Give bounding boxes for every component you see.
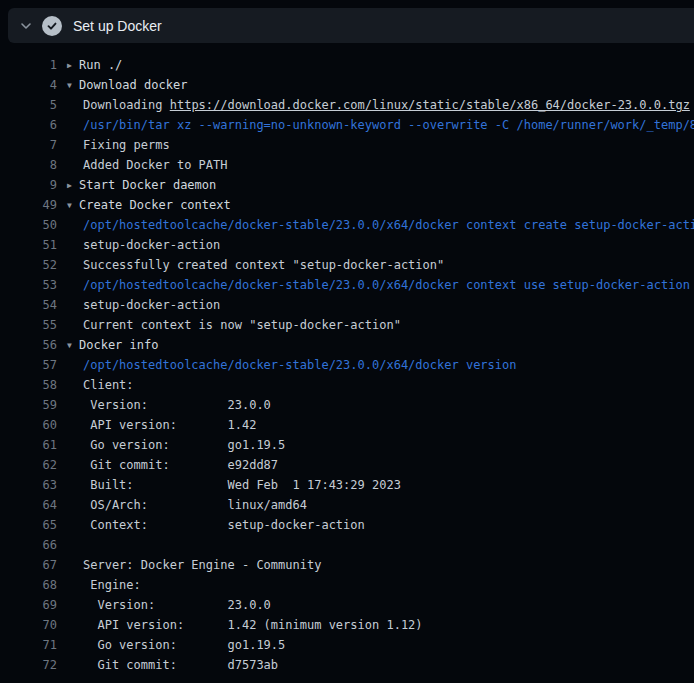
log-text: Fixing perms (83, 138, 170, 152)
log-line: 55Current context is now "setup-docker-a… (0, 315, 694, 335)
line-number[interactable]: 61 (0, 435, 57, 455)
expand-down-icon[interactable]: ▼ (67, 196, 79, 215)
expand-down-icon[interactable]: ▼ (67, 336, 79, 355)
line-number[interactable]: 49 (0, 195, 57, 215)
expand-right-icon[interactable]: ▶ (67, 56, 79, 75)
log-line: 8Added Docker to PATH (0, 155, 694, 175)
log-line: 69 Version: 23.0.0 (0, 595, 694, 615)
line-number[interactable]: 71 (0, 635, 57, 655)
line-number[interactable]: 59 (0, 395, 57, 415)
log-line-content: setup-docker-action (67, 235, 220, 255)
log-line-content: /opt/hostedtoolcache/docker-stable/23.0.… (67, 355, 516, 375)
group-title: Start Docker daemon (79, 178, 216, 192)
log-line: 61 Go version: go1.19.5 (0, 435, 694, 455)
chevron-down-icon[interactable] (19, 19, 33, 33)
log-line[interactable]: 1▶Run ./ (0, 55, 694, 75)
line-number[interactable]: 9 (0, 175, 57, 195)
line-number[interactable]: 64 (0, 495, 57, 515)
log-line: 7Fixing perms (0, 135, 694, 155)
log-line-content: Go version: go1.19.5 (67, 635, 285, 655)
group-line-content: ▶Start Docker daemon (67, 175, 216, 195)
line-number[interactable]: 58 (0, 375, 57, 395)
line-number[interactable]: 5 (0, 95, 57, 115)
log-line[interactable]: 56▼Docker info (0, 335, 694, 355)
line-number[interactable]: 63 (0, 475, 57, 495)
log-line: 67Server: Docker Engine - Community (0, 555, 694, 575)
log-text: Downloading (83, 98, 170, 112)
group-line-content: ▼Create Docker context (67, 195, 231, 215)
log-text: Git commit: e92dd87 (83, 458, 278, 472)
log-line-content: /opt/hostedtoolcache/docker-stable/23.0.… (67, 275, 690, 295)
line-number[interactable]: 1 (0, 55, 57, 75)
log-line[interactable]: 49▼Create Docker context (0, 195, 694, 215)
line-number[interactable]: 6 (0, 115, 57, 135)
log-line-content: Git commit: e92dd87 (67, 455, 278, 475)
line-number[interactable]: 55 (0, 315, 57, 335)
expand-down-icon[interactable]: ▼ (67, 76, 79, 95)
log-line: 51setup-docker-action (0, 235, 694, 255)
log-line-content: setup-docker-action (67, 295, 220, 315)
step-header[interactable]: Set up Docker (8, 8, 694, 43)
log-text: Version: 23.0.0 (83, 398, 271, 412)
log-line: 54setup-docker-action (0, 295, 694, 315)
log-text: Server: Docker Engine - Community (83, 558, 321, 572)
log-line: 65 Context: setup-docker-action (0, 515, 694, 535)
line-number[interactable]: 57 (0, 355, 57, 375)
line-number[interactable]: 60 (0, 415, 57, 435)
log-line-content: API version: 1.42 (67, 415, 256, 435)
line-number[interactable]: 50 (0, 215, 57, 235)
log-text: Context: setup-docker-action (83, 518, 365, 532)
line-number[interactable]: 56 (0, 335, 57, 355)
log-line-content: Successfully created context "setup-dock… (67, 255, 444, 275)
log-text: Current context is now "setup-docker-act… (83, 318, 401, 332)
line-number[interactable]: 65 (0, 515, 57, 535)
line-number[interactable]: 8 (0, 155, 57, 175)
log-text: Added Docker to PATH (83, 158, 228, 172)
log-line: 60 API version: 1.42 (0, 415, 694, 435)
line-number[interactable]: 69 (0, 595, 57, 615)
log-line-content: /opt/hostedtoolcache/docker-stable/23.0.… (67, 215, 694, 235)
log-line: 5Downloading https://download.docker.com… (0, 95, 694, 115)
log-line: 50/opt/hostedtoolcache/docker-stable/23.… (0, 215, 694, 235)
line-number[interactable]: 7 (0, 135, 57, 155)
log-line-content: Client: (67, 375, 134, 395)
log-line: 68 Engine: (0, 575, 694, 595)
log-line-content: Built: Wed Feb 1 17:43:29 2023 (67, 475, 401, 495)
line-number[interactable]: 51 (0, 235, 57, 255)
log-line-content: OS/Arch: linux/amd64 (67, 495, 307, 515)
log-line: 58Client: (0, 375, 694, 395)
line-number[interactable]: 4 (0, 75, 57, 95)
log-line: 52Successfully created context "setup-do… (0, 255, 694, 275)
log-line-content: /usr/bin/tar xz --warning=no-unknown-key… (67, 115, 694, 135)
log-text: Go version: go1.19.5 (83, 438, 285, 452)
log-lines: 1▶Run ./4▼Download docker5Downloading ht… (0, 45, 694, 675)
log-line[interactable]: 4▼Download docker (0, 75, 694, 95)
log-text: Git commit: d7573ab (83, 658, 278, 672)
log-line: 57/opt/hostedtoolcache/docker-stable/23.… (0, 355, 694, 375)
log-command-text: /opt/hostedtoolcache/docker-stable/23.0.… (83, 278, 690, 292)
log-line-content: Version: 23.0.0 (67, 595, 271, 615)
log-line[interactable]: 9▶Start Docker daemon (0, 175, 694, 195)
line-number[interactable]: 72 (0, 655, 57, 675)
log-text: Client: (83, 378, 134, 392)
log-text: setup-docker-action (83, 238, 220, 252)
line-number[interactable]: 67 (0, 555, 57, 575)
line-number[interactable]: 53 (0, 275, 57, 295)
log-line-content: Engine: (67, 575, 141, 595)
log-link[interactable]: https://download.docker.com/linux/static… (170, 98, 690, 112)
line-number[interactable]: 52 (0, 255, 57, 275)
line-number[interactable]: 54 (0, 295, 57, 315)
log-line-content: Fixing perms (67, 135, 170, 155)
log-line: 66 (0, 535, 694, 555)
log-text: API version: 1.42 (83, 418, 256, 432)
log-line: 70 API version: 1.42 (minimum version 1.… (0, 615, 694, 635)
line-number[interactable]: 66 (0, 535, 57, 555)
line-number[interactable]: 62 (0, 455, 57, 475)
log-line-content: Current context is now "setup-docker-act… (67, 315, 401, 335)
log-line-content: API version: 1.42 (minimum version 1.12) (67, 615, 423, 635)
group-title: Download docker (79, 78, 187, 92)
line-number[interactable]: 68 (0, 575, 57, 595)
log-line: 72 Git commit: d7573ab (0, 655, 694, 675)
expand-right-icon[interactable]: ▶ (67, 176, 79, 195)
line-number[interactable]: 70 (0, 615, 57, 635)
